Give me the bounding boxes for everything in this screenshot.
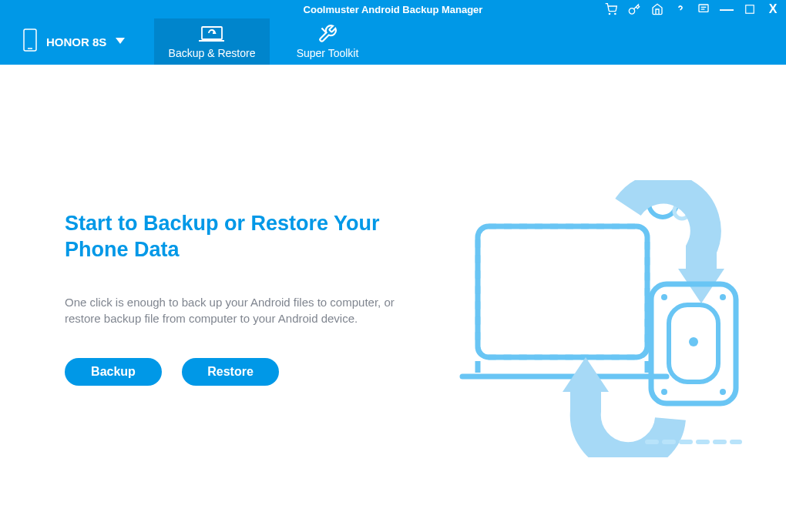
device-name: HONOR 8S (46, 35, 106, 49)
page-description: One click is enough to back up your Andr… (65, 294, 419, 328)
svg-rect-14 (478, 226, 647, 357)
help-icon[interactable] (673, 2, 687, 16)
titlebar-controls: — X (604, 0, 780, 18)
tab-label: Backup & Restore (169, 47, 256, 59)
svg-marker-9 (116, 38, 125, 44)
maximize-icon[interactable] (743, 2, 757, 16)
svg-point-26 (661, 389, 667, 395)
minimize-icon[interactable]: — (720, 2, 734, 16)
toolkit-icon (317, 24, 338, 44)
svg-rect-13 (478, 226, 647, 357)
tab-label: Super Toolkit (297, 47, 359, 59)
main-content: Start to Backup or Restore Your Phone Da… (0, 65, 786, 532)
svg-point-24 (661, 294, 667, 300)
home-icon[interactable] (650, 2, 664, 16)
svg-point-0 (609, 13, 610, 14)
close-icon[interactable]: X (766, 2, 780, 16)
svg-rect-7 (24, 29, 36, 51)
tab-super-toolkit[interactable]: Super Toolkit (270, 18, 385, 65)
svg-point-23 (689, 337, 698, 346)
chevron-down-icon (116, 35, 125, 49)
svg-point-27 (720, 389, 726, 395)
backup-restore-icon (199, 24, 225, 44)
svg-rect-3 (699, 5, 708, 12)
svg-rect-6 (746, 5, 754, 14)
page-headline: Start to Backup or Restore Your Phone Da… (65, 211, 419, 263)
phone-icon (23, 28, 37, 55)
key-icon[interactable] (627, 2, 641, 16)
svg-point-1 (615, 13, 616, 14)
svg-rect-10 (202, 27, 222, 39)
restore-button[interactable]: Restore (182, 358, 279, 386)
content-panel: Start to Backup or Restore Your Phone Da… (65, 211, 419, 386)
cart-icon[interactable] (604, 2, 618, 16)
app-title: Coolmuster Android Backup Manager (304, 4, 483, 15)
tab-backup-restore[interactable]: Backup & Restore (154, 18, 270, 65)
action-buttons: Backup Restore (65, 358, 419, 386)
titlebar: Coolmuster Android Backup Manager — X (0, 0, 786, 18)
header: HONOR 8S Backup & Restore Super Toolkit (0, 18, 786, 65)
svg-point-25 (720, 294, 726, 300)
illustration (455, 180, 747, 457)
device-picker[interactable]: HONOR 8S (0, 18, 154, 65)
backup-button[interactable]: Backup (65, 358, 162, 386)
feedback-icon[interactable] (697, 2, 710, 16)
